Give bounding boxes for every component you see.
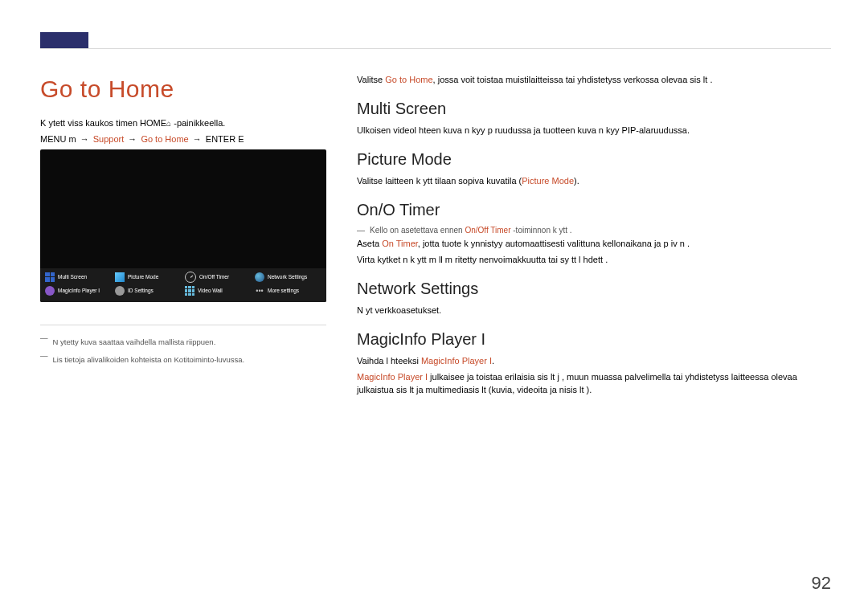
network-text: N yt verkkoasetukset.	[357, 304, 831, 317]
menu-label: MENU m	[40, 134, 76, 144]
network-heading: Network Settings	[357, 280, 831, 298]
screenshot-grid: Multi Screen Picture Mode On/Off Timer	[45, 272, 321, 296]
header-color-block	[40, 32, 88, 48]
magicinfo-l1-post: .	[492, 356, 494, 366]
tv-screenshot: Multi Screen Picture Mode On/Off Timer	[40, 149, 326, 302]
onoff-note-row: ― Kello on asetettava ennen On/Off Timer…	[357, 226, 831, 235]
ss-label-2: On/Off Timer	[199, 274, 229, 280]
ss-label-1: Picture Mode	[128, 274, 158, 280]
onoff-line2: Aseta On Timer, jotta tuote k ynnistyy a…	[357, 238, 831, 251]
right-intro-hi: Go to Home	[385, 75, 432, 84]
right-intro-pre: Valitse	[357, 75, 385, 84]
page: Go to Home K ytett viss kaukos timen HOM…	[0, 0, 868, 613]
ss-item-id-settings[interactable]: ID Settings	[115, 286, 182, 296]
ss-label-6: Video Wall	[198, 288, 223, 293]
menu-arrow-2: →	[128, 134, 137, 144]
page-number: 92	[812, 573, 831, 594]
onoff-note-hi: On/Off Timer	[465, 226, 510, 235]
picturemode-pre: Valitse laitteen k ytt tilaan sopiva kuv…	[357, 176, 522, 186]
footnote-2-dash: ―	[40, 351, 48, 360]
clock-icon	[185, 272, 196, 283]
ss-item-network-settings[interactable]: Network Settings	[255, 272, 321, 283]
menu-arrow-3: →	[193, 134, 202, 144]
picturemode-hi: Picture Mode	[522, 176, 574, 186]
ss-label-7: More settings	[268, 288, 299, 293]
picturemode-text: Valitse laitteen k ytt tilaan sopiva kuv…	[357, 175, 831, 188]
globe-icon	[255, 272, 264, 282]
picturemode-post: ).	[574, 176, 579, 186]
magicinfo-line1: Vaihda l hteeksi MagicInfo Player I.	[357, 355, 831, 368]
ss-item-picture-mode[interactable]: Picture Mode	[115, 272, 182, 283]
menu-arrow-1: →	[80, 134, 89, 144]
onoff-note-pre: Kello on asetettava ennen	[370, 226, 465, 235]
note-arrow-icon: ―	[357, 226, 365, 235]
onoff-note-post: -toiminnon k ytt .	[511, 226, 572, 235]
ss-item-magicinfo[interactable]: MagicInfo Player I	[45, 286, 112, 296]
multi-screen-icon	[45, 272, 55, 282]
magicinfo-l2-hi: MagicInfo Player I	[357, 372, 428, 382]
onoff-heading: On/O Timer	[357, 201, 831, 219]
footnotes: ― N ytetty kuva saattaa vaihdella mallis…	[40, 325, 326, 370]
ss-label-4: MagicInfo Player I	[58, 288, 100, 293]
multiscreen-text: Ulkoisen videol hteen kuva n kyy p ruudu…	[357, 125, 831, 137]
picture-mode-icon	[115, 272, 125, 282]
intro-line: K ytett viss kaukos timen HOME⌂ -painikk…	[40, 117, 330, 130]
gear-icon	[115, 286, 125, 296]
footnote-1-row: ― N ytetty kuva saattaa vaihdella mallis…	[40, 333, 326, 351]
menu-gotohome: Go to Home	[141, 134, 188, 144]
intro-text-b: -painikkeella.	[171, 118, 225, 128]
footnote-1-dash: ―	[40, 333, 48, 342]
magicinfo-line2: MagicInfo Player I julkaisee ja toistaa …	[357, 371, 831, 397]
ss-item-multi-screen[interactable]: Multi Screen	[45, 272, 112, 283]
menu-enter: ENTER E	[206, 134, 244, 144]
footnote-2-row: ― Lis tietoja alivalikoiden kohteista on…	[40, 351, 326, 369]
left-column: Go to Home K ytett viss kaukos timen HOM…	[40, 71, 330, 399]
page-title: Go to Home	[40, 76, 330, 103]
right-intro: Valitse Go to Home, jossa voit toistaa m…	[357, 74, 831, 87]
header-rule	[40, 48, 831, 49]
right-intro-post: , jossa voit toistaa muistilaitteissa ta…	[433, 75, 713, 84]
magicinfo-l1-pre: Vaihda l hteeksi	[357, 356, 421, 366]
intro-text-a: K ytett viss kaukos timen HOME	[40, 118, 166, 128]
ss-label-5: ID Settings	[128, 288, 154, 293]
onoff-line2-post: , jotta tuote k ynnistyy automaattisesti…	[418, 239, 690, 248]
magicinfo-heading: MagicInfo Player I	[357, 330, 831, 349]
onoff-line3: Virta kytket n k ytt m ll m ritetty nenv…	[357, 254, 831, 267]
video-wall-icon	[185, 286, 194, 296]
right-column: Valitse Go to Home, jossa voit toistaa m…	[357, 71, 831, 399]
menu-support: Support	[93, 134, 125, 144]
ss-item-more-settings[interactable]: ••• More settings	[255, 286, 321, 296]
magicinfo-icon	[45, 286, 55, 296]
multiscreen-heading: Multi Screen	[357, 100, 831, 118]
onoff-note: Kello on asetettava ennen On/Off Timer -…	[370, 226, 572, 235]
ss-label-3: Network Settings	[268, 274, 307, 280]
footnote-1: N ytetty kuva saattaa vaihdella mallista…	[53, 337, 216, 348]
ss-label-0: Multi Screen	[58, 274, 87, 280]
menu-path: MENU m → Support → Go to Home → ENTER E	[40, 133, 330, 146]
screenshot-menu-bar: Multi Screen Picture Mode On/Off Timer	[40, 268, 326, 302]
footnote-2: Lis tietoja alivalikoiden kohteista on K…	[53, 354, 245, 366]
ss-item-onoff-timer[interactable]: On/Off Timer	[185, 272, 252, 283]
two-column-layout: Go to Home K ytett viss kaukos timen HOM…	[40, 71, 831, 399]
onoff-line2-hi: On Timer	[382, 239, 418, 248]
picturemode-heading: Picture Mode	[357, 150, 831, 169]
onoff-line2-pre: Aseta	[357, 239, 382, 248]
ss-item-video-wall[interactable]: Video Wall	[185, 286, 252, 296]
more-icon: •••	[255, 286, 264, 296]
magicinfo-l1-hi: MagicInfo Player I	[421, 356, 492, 366]
